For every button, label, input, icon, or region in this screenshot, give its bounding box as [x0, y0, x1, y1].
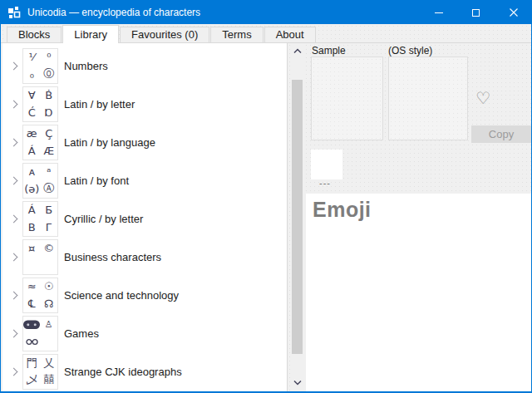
description-panel: Emoji [306, 194, 531, 393]
glyph-cell: Ć [23, 104, 41, 121]
minimize-icon [435, 12, 443, 13]
tree-item-science-and-technology[interactable]: ≈☉℄☊Science and technology [2, 276, 287, 314]
window-controls [420, 1, 532, 24]
expand-chevron-icon[interactable] [10, 100, 18, 108]
glyph-cell: ☉ [41, 278, 58, 296]
glyph-cell: ♙ [41, 317, 58, 334]
category-glyphs-icon: ♙ [22, 316, 58, 351]
tab-library[interactable]: Library [62, 25, 119, 43]
tree-item-latin-by-letter[interactable]: ⱯḂĆⱰLatin / by letter [2, 85, 287, 123]
favourite-heart-icon[interactable]: ♡ [472, 87, 494, 109]
expand-chevron-icon[interactable] [10, 61, 18, 70]
scroll-down-icon[interactable] [293, 380, 302, 386]
glyph-cell: ⓪ [41, 66, 58, 83]
window-title: Unicodia — encyclopedia of characters [27, 7, 200, 18]
glyph-cell: Ⓐ [41, 180, 58, 198]
gamepad-icon [23, 317, 41, 334]
glyph-cell: Ḃ [41, 87, 58, 105]
minimize-button[interactable] [420, 1, 457, 24]
category-glyphs-icon: ¤© [22, 239, 58, 275]
sample-preview-box [311, 56, 383, 140]
expand-chevron-icon[interactable] [10, 138, 18, 146]
glyph-cell: Á [23, 142, 41, 160]
expand-chevron-icon[interactable] [10, 291, 18, 299]
expand-chevron-icon[interactable] [10, 253, 18, 261]
tree-item-label: Strange CJK ideographs [64, 366, 182, 378]
category-glyphs-icon: æÇÁÆ [22, 125, 58, 160]
glyph-cell [41, 257, 58, 274]
os-style-preview-box [388, 56, 468, 140]
copy-button[interactable]: Copy [471, 125, 531, 143]
tree-scrollbar[interactable] [290, 43, 305, 393]
category-glyphs-icon: ᴀᵃ(ə)Ⓐ [22, 163, 58, 199]
glyph-cell: Ç [41, 125, 58, 143]
detail-panel: Sample (OS style) ♡ Copy --- Emoji [305, 43, 531, 393]
app-logo-icon [7, 6, 21, 19]
tree-item-strange-cjk-ideographs[interactable]: 門乂乄囍Strange CJK ideographs [2, 352, 287, 391]
glyph-cell: 囍 [41, 371, 58, 389]
tree-item-label: Science and technology [64, 289, 179, 302]
expand-chevron-icon[interactable] [10, 214, 18, 223]
glyph-cell: 門 [23, 355, 41, 372]
tree-item-label: Numbers [64, 60, 108, 72]
tab-blocks[interactable]: Blocks [7, 27, 62, 42]
glyph-cell: ¤ [23, 240, 41, 258]
os-style-label: (OS style) [388, 45, 432, 56]
library-pane: ⅟⁰₀⓪NumbersⱯḂĆⱰLatin / by letteræÇÁÆLati… [1, 42, 531, 392]
maximize-button[interactable] [457, 1, 495, 24]
section-heading: Emoji [313, 198, 531, 222]
glyph-cell: ₀ [23, 66, 41, 83]
scrollbar-thumb[interactable] [292, 80, 303, 354]
glyph-cell: (ə) [23, 180, 41, 198]
glyph-cell [41, 333, 58, 351]
glyph-cell: ≈ [23, 278, 41, 296]
tree-item-games[interactable]: ♙Games [2, 314, 287, 352]
tree-item-label: Games [64, 327, 99, 340]
category-glyphs-icon: 門乂乄囍 [22, 354, 58, 390]
tree-item-label: Cyrillic / by letter [64, 213, 143, 225]
category-glyphs-icon: ≈☉℄☊ [22, 278, 58, 313]
glyph-cell: ℄ [23, 295, 41, 312]
domino-icon [23, 333, 41, 351]
tab-about[interactable]: About [264, 27, 316, 42]
glyph-cell: 乂 [41, 355, 58, 372]
tree-item-numbers[interactable]: ⅟⁰₀⓪Numbers [2, 47, 287, 85]
glyph-cell: ⅟ [23, 49, 41, 66]
glyph-cell: © [41, 240, 58, 258]
glyph-cell: Æ [41, 142, 58, 160]
glyph-cell: Ɐ [23, 87, 41, 105]
glyph-cell: ᴀ [23, 164, 41, 181]
library-tree: ⅟⁰₀⓪NumbersⱯḂĆⱰLatin / by letteræÇÁÆLati… [2, 43, 288, 392]
close-icon [510, 8, 518, 17]
tree-item-cyrillic-by-letter[interactable]: ÁБВГCyrillic / by letter [2, 199, 287, 238]
glyph-cell: Г [41, 219, 58, 236]
color-swatch [311, 150, 342, 179]
glyph-cell: æ [23, 125, 41, 143]
tree-item-label: Business characters [64, 251, 161, 263]
glyph-cell: ⁰ [41, 49, 58, 66]
glyph-cell: 乄 [23, 371, 41, 389]
expand-chevron-icon[interactable] [10, 367, 18, 376]
tree-item-label: Latin / by font [64, 174, 129, 187]
glyph-cell: В [23, 219, 41, 236]
close-button[interactable] [495, 1, 532, 24]
glyph-cell: Б [41, 202, 58, 219]
maximize-icon [472, 9, 480, 17]
app-window: Unicodia — encyclopedia of characters Bl… [0, 0, 532, 393]
separator-text: --- [319, 178, 331, 188]
tab-terms[interactable]: Terms [210, 27, 263, 42]
glyph-cell: ☊ [41, 295, 58, 312]
tree-item-latin-by-font[interactable]: ᴀᵃ(ə)ⒶLatin / by font [2, 161, 287, 199]
glyph-cell: Ɒ [41, 104, 58, 121]
expand-chevron-icon[interactable] [10, 176, 18, 184]
tree-item-latin-by-language[interactable]: æÇÁÆLatin / by language [2, 123, 287, 161]
tab-favourites[interactable]: Favourites (0) [120, 27, 209, 42]
expand-chevron-icon[interactable] [10, 329, 18, 337]
glyph-cell: Á [23, 202, 41, 219]
scroll-up-icon[interactable] [293, 48, 302, 54]
tree-item-business-characters[interactable]: ¤©Business characters [2, 238, 287, 276]
category-glyphs-icon: ⅟⁰₀⓪ [22, 48, 58, 84]
tree-item-label: Latin / by letter [64, 98, 135, 111]
glyph-cell: ᵃ [41, 164, 58, 181]
glyph-cell [23, 257, 41, 274]
